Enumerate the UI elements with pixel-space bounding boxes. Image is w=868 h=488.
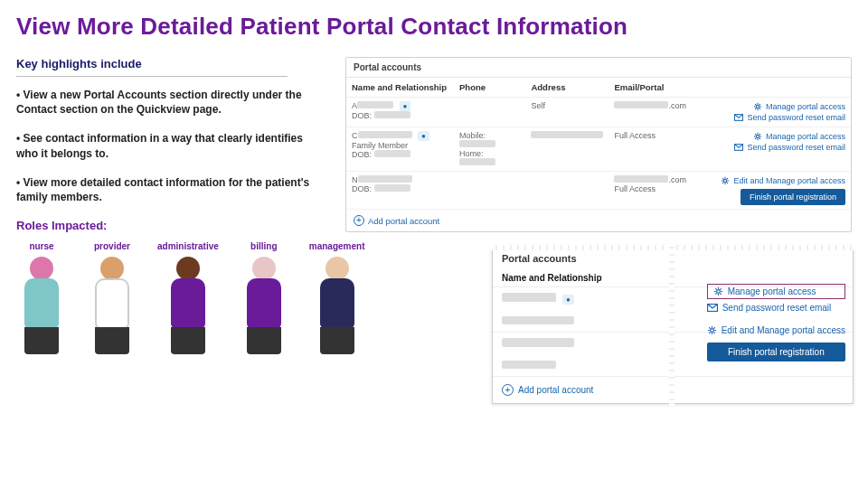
phone-mobile-label: Mobile: [459,131,486,140]
name-initial: N [352,175,358,184]
person-icon [239,257,289,354]
plus-icon: + [354,215,364,226]
manage-portal-access-link[interactable]: Manage portal access [713,101,845,112]
manage-portal-access-link[interactable]: Manage portal access [713,131,845,142]
svg-point-7 [710,329,713,333]
finish-registration-button[interactable]: Finish portal registration [707,343,845,361]
role-label: administrative [157,241,219,251]
manage-portal-access-link[interactable]: Manage portal access [707,284,845,299]
person-icon [87,257,137,354]
panel-header: Portal accounts [346,58,851,78]
role-billing: billing [239,241,289,354]
portal-accounts-panel: Portal accounts Name and Relationship Ph… [345,57,852,232]
dob-label: DOB: [352,184,372,193]
add-portal-account-link[interactable]: + Add portal account [346,210,851,231]
finish-registration-button[interactable]: Finish portal registration [741,189,845,205]
roles-impacted-heading: Roles Impacted: [16,219,324,232]
email-suffix: .com [668,175,686,184]
left-column: Key highlights include • View a new Port… [16,57,324,354]
role-label: nurse [29,241,53,251]
bullet-item: • View a new Portal Accounts section dir… [16,88,324,117]
portal-accounts-table: Name and Relationship Phone Address Emai… [346,78,851,210]
person-icon [16,257,67,354]
relationship: Self [531,101,545,110]
right-column: Portal accounts Name and Relationship Ph… [345,57,852,354]
edit-manage-portal-access-link[interactable]: Edit and Manage portal access [707,325,845,335]
role-nurse: nurse [16,241,67,354]
access-level: Full Access [614,184,656,193]
col-email: Email/Portal [609,78,707,98]
bullet-list: • View a new Portal Accounts section dir… [16,88,324,204]
col-address: Address [525,78,609,98]
table-row: A ● DOB: Self .com Manage portal access … [346,98,851,127]
person-icon [163,257,213,354]
svg-point-5 [716,290,720,294]
role-label: provider [94,241,130,251]
send-password-reset-link[interactable]: Send password reset email [707,303,845,313]
svg-point-2 [756,135,759,137]
bullet-item: • View more detailed contact information… [16,175,324,204]
email-suffix: .com [668,101,686,110]
access-level: Full Access [614,131,656,140]
dob-label: DOB: [352,150,372,159]
role-provider: provider [87,241,137,354]
bullet-item: • See contact information in a way that … [16,131,324,160]
name-initial: C [352,131,358,140]
key-highlights-heading: Key highlights include [16,57,288,77]
col-phone: Phone [454,78,525,98]
svg-point-0 [756,105,759,108]
svg-point-4 [724,179,727,182]
edit-manage-portal-access-link[interactable]: Edit and Manage portal access [713,175,845,186]
portal-accounts-zoom-panel: Portal accounts Name and Relationship ● … [492,247,854,404]
plus-icon: + [502,384,514,396]
role-administrative: administrative [157,241,219,354]
col-name: Name and Relationship [346,78,454,98]
dob-label: DOB: [352,111,372,120]
table-row: N DOB: .com Full Access Edit and Manage … [346,172,851,210]
phone-home-label: Home: [459,149,484,158]
page-title: View More Detailed Patient Portal Contac… [16,13,852,41]
send-password-reset-link[interactable]: Send password reset email [713,112,845,123]
roles-row: nurse provider administrative billing ma… [16,241,324,354]
table-row: C ● Family Member DOB: Mobile: Home: Ful… [346,127,851,172]
role-label: billing [250,241,277,251]
relationship-sub: Family Member [352,141,408,150]
send-password-reset-link[interactable]: Send password reset email [713,142,845,153]
